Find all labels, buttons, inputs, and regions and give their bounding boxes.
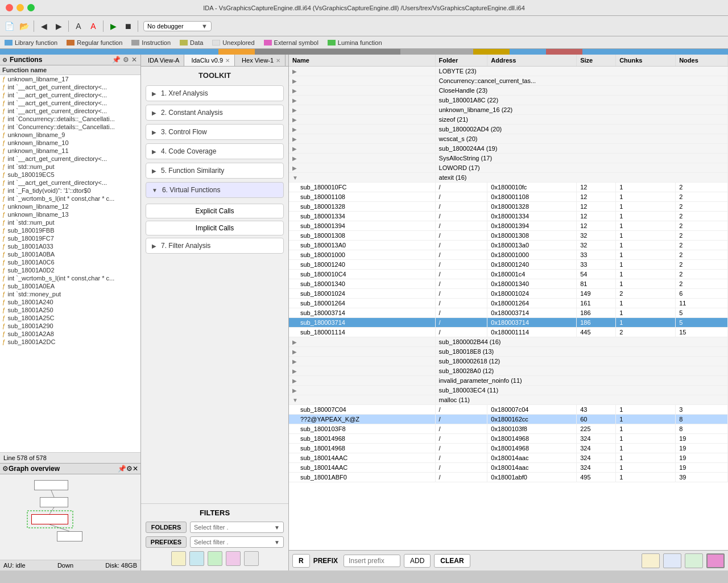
fn-item[interactable]: ƒint `__acrt_get_current_directory<... — [0, 99, 140, 107]
fn-item[interactable]: ƒint `Concurrency::details::_Cancellati.… — [0, 115, 140, 123]
clear-button[interactable]: CLEAR — [434, 554, 470, 568]
fn-item[interactable]: ƒint `Concurrency::details::_Cancellati.… — [0, 123, 140, 131]
swatch-1[interactable] — [171, 551, 186, 566]
table-row[interactable]: sub_1800010C4 / 0x180001c4 54 1 2 — [289, 270, 728, 279]
table-row[interactable]: ▶ LOWORD (17) — [289, 163, 728, 173]
fn-item[interactable]: ƒsub_18001A2DC — [0, 338, 140, 346]
forward-btn[interactable]: ▶ — [52, 19, 65, 33]
toolkit-btn-functionsim[interactable]: ▶5. Function Similarity — [146, 163, 284, 179]
table-row[interactable]: sub_180014AAC / 0x180014aac 324 1 19 — [289, 463, 728, 473]
fn-item[interactable]: ƒint `std::num_put — [0, 163, 140, 171]
swatch-3[interactable] — [208, 551, 222, 566]
fn-item[interactable]: ƒint `_wcrtomb_s_l(int * const,char * c.… — [0, 274, 140, 282]
table-row[interactable]: ▶ sub_1800002AD4 (20) — [289, 125, 728, 134]
table-row[interactable]: sub_1800103F8 / 0x1800103f8 225 1 8 — [289, 424, 728, 434]
r-button[interactable]: R — [292, 554, 310, 568]
table-row[interactable]: ▶ sub_180001A8C (22) — [289, 96, 728, 105]
add-button[interactable]: ADD — [404, 554, 431, 568]
bb-swatch-2[interactable] — [663, 553, 681, 568]
new-btn[interactable]: 📄 — [2, 19, 16, 33]
fn-item[interactable]: ƒsub_180019FC7 — [0, 234, 140, 242]
functions-config-btn[interactable]: ⚙ — [122, 56, 130, 64]
fn-item[interactable]: ƒint `__acrt_get_current_directory<... — [0, 83, 140, 91]
table-row[interactable]: ▶ SysAllocString (17) — [289, 154, 728, 163]
font-alt-btn[interactable]: A — [86, 19, 100, 33]
fn-item[interactable]: ƒsub_18001A0D2 — [0, 266, 140, 274]
table-row[interactable]: sub_180001114 / 0x180001114 445 2 15 — [289, 328, 728, 337]
functions-pin-btn[interactable]: 📌 — [111, 56, 122, 64]
table-row[interactable]: ▶ CloseHandle (23) — [289, 86, 728, 96]
table-row[interactable]: ▶ sub_1800024A4 (19) — [289, 144, 728, 154]
tab-close-2[interactable]: ✕ — [276, 57, 280, 64]
bb-swatch-4[interactable] — [706, 553, 725, 568]
table-row[interactable]: ▶ sub_180028A0 (12) — [289, 366, 728, 376]
table-row[interactable]: ▶ invalid_parameter_noinfo (11) — [289, 376, 728, 386]
debugger-select[interactable]: No debugger ▼ — [143, 21, 212, 31]
fn-item[interactable]: ƒsub_18001A0BA — [0, 250, 140, 258]
fn-item[interactable]: ƒint `std::money_put — [0, 290, 140, 298]
table-row[interactable]: sub_180001334 / 0x180001334 12 1 2 — [289, 212, 728, 221]
fn-item[interactable]: ƒunknown_libname_13 — [0, 210, 140, 218]
bb-swatch-1[interactable] — [642, 553, 660, 568]
table-row[interactable]: ▼ atexit (16) — [289, 173, 728, 183]
table-row[interactable]: sub_180003714 / 0x180003714 186 1 5 — [289, 308, 728, 318]
fn-item[interactable]: ƒunknown_libname_17 — [0, 75, 140, 83]
fn-item[interactable]: ƒunknown_libname_12 — [0, 202, 140, 210]
toolkit-btn-controlflow[interactable]: ▶3. Control Flow — [146, 124, 284, 140]
table-row[interactable]: sub_180001000 / 0x180001000 33 1 2 — [289, 250, 728, 260]
table-row[interactable]: sub_180001264 / 0x180001264 161 1 11 — [289, 299, 728, 308]
col-name[interactable]: Name — [289, 55, 435, 67]
folders-select[interactable]: Select filter . ▼ — [190, 522, 284, 533]
bb-swatch-3[interactable] — [685, 553, 703, 568]
table-row[interactable]: ▶ sub_180018E8 (13) — [289, 347, 728, 357]
table-row[interactable]: ??2@YAPEAX_K@Z / 0x1800162cc 60 1 8 — [289, 415, 728, 424]
table-row[interactable]: sub_180001024 / 0x180001024 149 2 6 — [289, 289, 728, 299]
table-row[interactable]: sub_180014AAC / 0x180014aac 324 1 19 — [289, 453, 728, 463]
graph-pin-btn[interactable]: 📌 — [118, 465, 126, 473]
tab-close-1[interactable]: ✕ — [225, 57, 230, 64]
table-row[interactable]: sub_180007C04 / 0x180007c04 43 1 3 — [289, 405, 728, 415]
table-row[interactable]: ▼ malloc (11) — [289, 395, 728, 405]
table-row[interactable]: sub_180003714 / 0x180003714 186 1 5 — [289, 318, 728, 328]
graph-config-btn[interactable]: ⚙ — [126, 465, 133, 473]
tab-idaview-a[interactable]: IDA View-A — [141, 55, 184, 66]
col-address[interactable]: Address — [487, 55, 577, 67]
explicit-calls-btn[interactable]: Explicit Calls — [146, 204, 284, 218]
fn-item[interactable]: ƒint `__acrt_get_current_directory<... — [0, 179, 140, 187]
table-row[interactable]: ▶ wcscat_s (20) — [289, 134, 728, 144]
fn-item[interactable]: ƒint `__acrt_get_current_directory<... — [0, 91, 140, 99]
table-row[interactable]: ▶ unknown_libname_16 (22) — [289, 105, 728, 115]
table-row[interactable]: sub_180001308 / 0x180001308 32 1 2 — [289, 231, 728, 241]
table-row[interactable]: ▶ Concurrency::cancel_current_tas... — [289, 76, 728, 86]
fn-item[interactable]: ƒsub_18001A2A8 — [0, 330, 140, 338]
col-size[interactable]: Size — [577, 55, 616, 67]
table-row[interactable]: sub_180014968 / 0x180014968 324 1 19 — [289, 434, 728, 444]
swatch-5[interactable] — [244, 551, 259, 566]
implicit-calls-btn[interactable]: Implicit Calls — [146, 221, 284, 235]
window-controls[interactable] — [6, 4, 35, 11]
toolkit-btn-virtualfunc[interactable]: ▼6. Virtual Functions — [146, 182, 284, 198]
fn-item[interactable]: ƒsub_18001A290 — [0, 322, 140, 330]
tab-structures[interactable]: Structures✕ — [286, 55, 288, 66]
stop-btn[interactable]: ⏹ — [121, 19, 135, 33]
toolkit-btn-xref[interactable]: ▶1. Xref Analysis — [146, 85, 284, 101]
table-row[interactable]: sub_1800010FC / 0x1800010fc 12 1 2 — [289, 183, 728, 192]
table-row[interactable]: sub_180001394 / 0x180001394 12 1 2 — [289, 221, 728, 231]
maximize-button[interactable] — [27, 4, 35, 11]
minimize-button[interactable] — [16, 4, 24, 11]
col-chunks[interactable]: Chunks — [616, 55, 676, 67]
table-row[interactable]: sub_180001328 / 0x180001328 12 1 2 — [289, 202, 728, 212]
fn-item[interactable]: ƒsub_18001A0EA — [0, 282, 140, 290]
close-button[interactable] — [6, 4, 13, 11]
table-row[interactable]: ▶ sub_1800002618 (12) — [289, 357, 728, 366]
swatch-4[interactable] — [226, 551, 241, 566]
fn-item[interactable]: ƒsub_18001A0C6 — [0, 258, 140, 266]
table-row[interactable]: ▶ LOBYTE (23) — [289, 67, 728, 76]
fn-item[interactable]: ƒsub_18001A033 — [0, 242, 140, 250]
tab-idacluv0.9[interactable]: IdaClu v0.9✕ — [184, 55, 235, 66]
fn-item[interactable]: ƒsub_18001A25C — [0, 314, 140, 322]
fn-item[interactable]: ƒsub_180019EC5 — [0, 171, 140, 179]
play-btn[interactable]: ▶ — [106, 19, 120, 33]
table-row[interactable]: sub_180001340 / 0x180001340 81 1 2 — [289, 279, 728, 289]
fn-item[interactable]: ƒunknown_libname_11 — [0, 147, 140, 155]
